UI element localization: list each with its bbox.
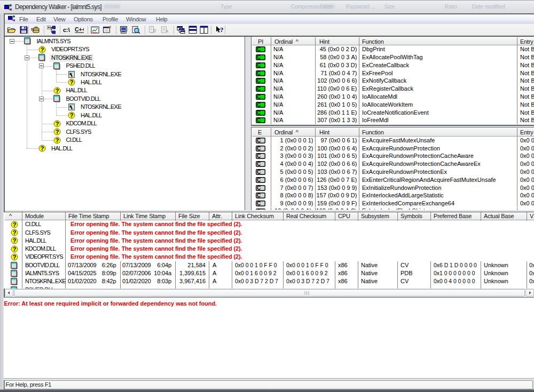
svg-text:C: C — [257, 185, 261, 191]
svg-text:C: C — [257, 161, 261, 167]
svg-text:C: C — [257, 146, 261, 151]
svg-text:?: ? — [13, 229, 17, 236]
svg-text:c:\: c:\ — [63, 27, 70, 33]
svg-text:?: ? — [41, 46, 44, 53]
svg-text:C: C — [257, 138, 261, 143]
svg-text:C: C — [257, 94, 261, 100]
svg-text:?: ? — [220, 26, 224, 34]
svg-text:C: C — [257, 209, 261, 210]
svg-text:C: C — [257, 54, 261, 60]
svg-text:?: ? — [55, 87, 59, 94]
svg-text:C: C — [257, 86, 261, 92]
svg-text:C: C — [257, 78, 261, 84]
svg-text:C: C — [257, 201, 261, 206]
svg-text:?: ? — [13, 254, 17, 260]
svg-text:C: C — [257, 70, 261, 76]
svg-text:?: ? — [55, 121, 59, 127]
svg-text:?: ? — [55, 137, 59, 143]
svg-text:?: ? — [13, 237, 17, 244]
svg-text:?: ? — [70, 79, 74, 85]
svg-text:C: C — [257, 46, 261, 52]
svg-text:?: ? — [55, 129, 59, 135]
svg-text:C: C — [257, 177, 261, 183]
svg-text:C: C — [257, 110, 261, 116]
svg-text:?: ? — [13, 221, 17, 228]
svg-text:C: C — [257, 62, 261, 68]
svg-text:?: ? — [41, 145, 44, 151]
svg-text:C: C — [257, 153, 261, 159]
svg-text:?: ? — [13, 246, 17, 252]
svg-text:?: ? — [70, 112, 74, 118]
svg-text:C: C — [257, 118, 261, 124]
svg-text:C: C — [257, 102, 261, 108]
svg-text:C: C — [257, 169, 261, 175]
svg-text:C: C — [257, 193, 261, 198]
svg-text:C++: C++ — [75, 26, 84, 33]
